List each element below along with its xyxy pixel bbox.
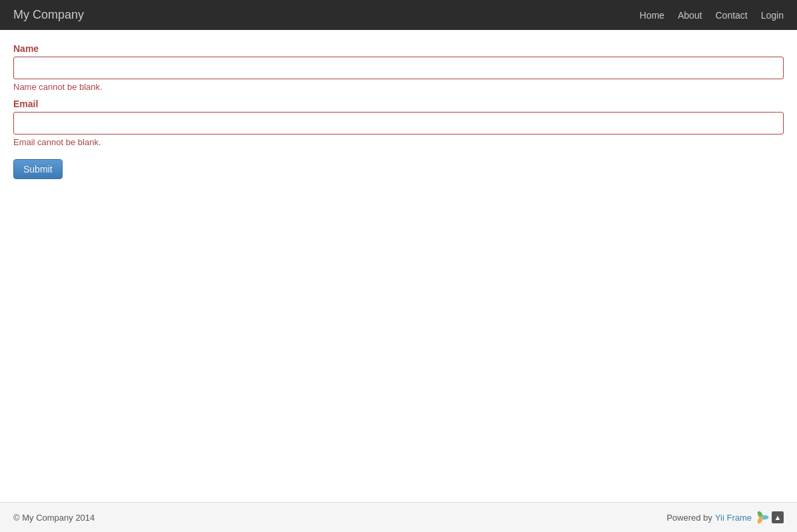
yii-link[interactable]: Yii Frame	[715, 513, 752, 523]
footer-copyright: © My Company 2014	[13, 513, 95, 523]
scroll-top-icon[interactable]: ▲	[772, 511, 784, 523]
yii-logo-icon	[754, 510, 769, 525]
email-input[interactable]	[13, 112, 784, 134]
main-content: Name Name cannot be blank. Email Email c…	[0, 30, 797, 502]
navbar-links: Home About Contact Login	[640, 10, 784, 21]
nav-home[interactable]: Home	[640, 10, 664, 21]
nav-contact[interactable]: Contact	[715, 10, 747, 21]
name-field-group: Name Name cannot be blank.	[13, 43, 784, 92]
contact-form: Name Name cannot be blank. Email Email c…	[13, 43, 784, 179]
navbar: My Company Home About Contact Login	[0, 0, 797, 30]
nav-login[interactable]: Login	[761, 10, 784, 21]
name-input[interactable]	[13, 57, 784, 79]
powered-text: Powered by	[666, 513, 712, 523]
name-label: Name	[13, 43, 784, 54]
footer: © My Company 2014 Powered by Yii Frame ▲	[0, 502, 797, 532]
nav-about[interactable]: About	[678, 10, 702, 21]
name-error: Name cannot be blank.	[13, 82, 784, 92]
email-error: Email cannot be blank.	[13, 137, 784, 147]
email-field-group: Email Email cannot be blank.	[13, 99, 784, 147]
submit-button[interactable]: Submit	[13, 159, 63, 179]
email-label: Email	[13, 99, 784, 109]
navbar-brand[interactable]: My Company	[13, 8, 84, 22]
footer-powered: Powered by Yii Frame ▲	[666, 510, 784, 525]
